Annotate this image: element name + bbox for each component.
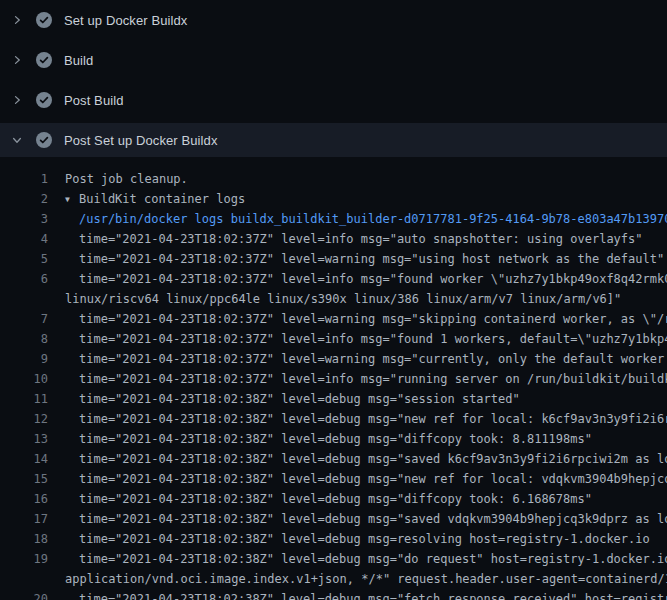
log-line: 9 time="2021-04-23T18:02:37Z" level=warn…	[0, 349, 667, 369]
line-text-content: time="2021-04-23T18:02:38Z" level=debug …	[79, 532, 650, 546]
line-text: time="2021-04-23T18:02:38Z" level=debug …	[48, 469, 667, 489]
line-number[interactable]: 19	[0, 549, 48, 569]
log-line: application/vnd.oci.image.index.v1+json,…	[0, 569, 667, 589]
chevron-right-icon	[9, 12, 25, 28]
line-number[interactable]: 5	[0, 249, 48, 269]
line-text: time="2021-04-23T18:02:37Z" level=warnin…	[48, 309, 667, 329]
line-text: time="2021-04-23T18:02:38Z" level=debug …	[48, 589, 667, 600]
line-number[interactable]: 14	[0, 449, 48, 469]
line-text-content: time="2021-04-23T18:02:38Z" level=debug …	[79, 432, 592, 446]
line-number[interactable]: 17	[0, 509, 48, 529]
line-text: time="2021-04-23T18:02:37Z" level=info m…	[48, 269, 667, 289]
line-text: time="2021-04-23T18:02:38Z" level=debug …	[48, 509, 667, 529]
line-text-content: time="2021-04-23T18:02:38Z" level=debug …	[79, 592, 667, 600]
line-text-content: time="2021-04-23T18:02:38Z" level=debug …	[79, 492, 592, 506]
step-label: Post Set up Docker Buildx	[64, 133, 218, 148]
line-number[interactable]	[0, 569, 48, 589]
line-number[interactable]: 6	[0, 269, 48, 289]
step-header-set-up-docker-buildx[interactable]: Set up Docker Buildx	[0, 0, 667, 40]
check-circle-icon	[36, 132, 52, 148]
line-text-content: time="2021-04-23T18:02:38Z" level=debug …	[79, 552, 667, 566]
log-line: 7 time="2021-04-23T18:02:37Z" level=warn…	[0, 309, 667, 329]
line-text: time="2021-04-23T18:02:38Z" level=debug …	[48, 529, 650, 549]
log-line: 19 time="2021-04-23T18:02:38Z" level=deb…	[0, 549, 667, 569]
check-circle-icon	[36, 12, 52, 28]
step-label: Build	[64, 53, 93, 68]
line-text-content: application/vnd.oci.image.index.v1+json,…	[65, 572, 667, 586]
line-number[interactable]: 8	[0, 329, 48, 349]
line-text-content: linux/riscv64 linux/ppc64le linux/s390x …	[65, 292, 621, 306]
log-line: 20 time="2021-04-23T18:02:38Z" level=deb…	[0, 589, 667, 600]
line-text: time="2021-04-23T18:02:38Z" level=debug …	[48, 429, 592, 449]
line-text: time="2021-04-23T18:02:38Z" level=debug …	[48, 549, 667, 569]
line-text: Post job cleanup.	[48, 169, 188, 189]
line-number[interactable]: 3	[0, 209, 48, 229]
step-header-post-set-up-docker-buildx[interactable]: Post Set up Docker Buildx	[0, 123, 667, 157]
line-text: time="2021-04-23T18:02:37Z" level=warnin…	[48, 349, 667, 369]
line-text-content: Post job cleanup.	[65, 172, 188, 186]
line-text-content: time="2021-04-23T18:02:37Z" level=info m…	[79, 332, 667, 346]
line-text: application/vnd.oci.image.index.v1+json,…	[48, 569, 667, 589]
log-line: 1 Post job cleanup.	[0, 169, 667, 189]
log-line: 10 time="2021-04-23T18:02:37Z" level=inf…	[0, 369, 667, 389]
log-line: 4 time="2021-04-23T18:02:37Z" level=info…	[0, 229, 667, 249]
log-line: 15 time="2021-04-23T18:02:38Z" level=deb…	[0, 469, 667, 489]
line-text: time="2021-04-23T18:02:38Z" level=debug …	[48, 389, 520, 409]
line-number[interactable]: 1	[0, 169, 48, 189]
line-text: time="2021-04-23T18:02:38Z" level=debug …	[48, 489, 592, 509]
step-label: Set up Docker Buildx	[64, 13, 187, 28]
line-text-content: time="2021-04-23T18:02:37Z" level=info m…	[79, 232, 643, 246]
log-line: 6 time="2021-04-23T18:02:37Z" level=info…	[0, 269, 667, 289]
steps-list: Set up Docker Buildx Build	[0, 0, 667, 160]
line-text: /usr/bin/docker logs buildx_buildkit_bui…	[48, 209, 667, 229]
line-number[interactable]	[0, 289, 48, 309]
log-line: 8 time="2021-04-23T18:02:37Z" level=info…	[0, 329, 667, 349]
line-number[interactable]: 9	[0, 349, 48, 369]
line-text-content: time="2021-04-23T18:02:37Z" level=warnin…	[79, 252, 664, 266]
line-text-content: /usr/bin/docker logs buildx_buildkit_bui…	[79, 212, 667, 226]
check-circle-icon	[36, 52, 52, 68]
line-text: linux/riscv64 linux/ppc64le linux/s390x …	[48, 289, 621, 309]
line-text-content: time="2021-04-23T18:02:37Z" level=warnin…	[79, 312, 667, 326]
line-text-content: time="2021-04-23T18:02:38Z" level=debug …	[79, 412, 667, 426]
line-number[interactable]: 11	[0, 389, 48, 409]
line-text-content: time="2021-04-23T18:02:37Z" level=info m…	[79, 272, 667, 286]
chevron-down-icon	[9, 132, 25, 148]
line-number[interactable]: 2	[0, 189, 48, 209]
log-line: linux/riscv64 linux/ppc64le linux/s390x …	[0, 289, 667, 309]
chevron-right-icon	[9, 52, 25, 68]
line-text-content: BuildKit container logs	[79, 192, 245, 206]
step-header-post-build[interactable]: Post Build	[0, 80, 667, 120]
line-number[interactable]: 12	[0, 409, 48, 429]
line-number[interactable]: 4	[0, 229, 48, 249]
line-text: time="2021-04-23T18:02:37Z" level=warnin…	[48, 249, 664, 269]
log-group-expander-icon[interactable]: ▼	[65, 190, 79, 210]
log-line: 2 ▼BuildKit container logs	[0, 189, 667, 209]
log-line: 16 time="2021-04-23T18:02:38Z" level=deb…	[0, 489, 667, 509]
line-text-content: time="2021-04-23T18:02:38Z" level=debug …	[79, 452, 667, 466]
line-number[interactable]: 18	[0, 529, 48, 549]
log-line: 14 time="2021-04-23T18:02:38Z" level=deb…	[0, 449, 667, 469]
step-label: Post Build	[64, 93, 124, 108]
log-line: 5 time="2021-04-23T18:02:37Z" level=warn…	[0, 249, 667, 269]
line-number[interactable]: 16	[0, 489, 48, 509]
log-lines[interactable]: 1 Post job cleanup. 2 ▼BuildKit containe…	[0, 160, 667, 600]
workflow-log-viewer: Set up Docker Buildx Build	[0, 0, 667, 600]
line-number[interactable]: 15	[0, 469, 48, 489]
line-text: time="2021-04-23T18:02:38Z" level=debug …	[48, 409, 667, 429]
line-text-content: time="2021-04-23T18:02:37Z" level=warnin…	[79, 352, 667, 366]
line-number[interactable]: 7	[0, 309, 48, 329]
line-number[interactable]: 10	[0, 369, 48, 389]
log-line: 13 time="2021-04-23T18:02:38Z" level=deb…	[0, 429, 667, 449]
line-number[interactable]: 13	[0, 429, 48, 449]
step-header-build[interactable]: Build	[0, 40, 667, 80]
log-line: 12 time="2021-04-23T18:02:38Z" level=deb…	[0, 409, 667, 429]
line-text: time="2021-04-23T18:02:38Z" level=debug …	[48, 449, 667, 469]
line-text: ▼BuildKit container logs	[48, 189, 245, 209]
line-text-content: time="2021-04-23T18:02:38Z" level=debug …	[79, 512, 667, 526]
line-text: time="2021-04-23T18:02:37Z" level=info m…	[48, 229, 643, 249]
chevron-right-icon	[9, 92, 25, 108]
line-text-content: time="2021-04-23T18:02:38Z" level=debug …	[79, 392, 520, 406]
line-number[interactable]: 20	[0, 589, 48, 600]
log-line: 17 time="2021-04-23T18:02:38Z" level=deb…	[0, 509, 667, 529]
